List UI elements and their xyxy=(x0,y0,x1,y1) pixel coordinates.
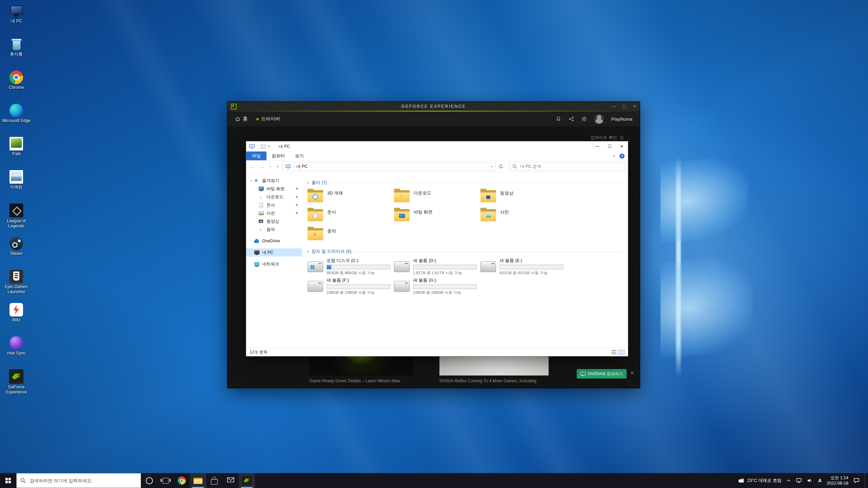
drive-usage-bar xyxy=(413,265,477,269)
window-logo-pane xyxy=(660,253,753,359)
taskbar-search-input[interactable] xyxy=(29,478,137,484)
folder-music[interactable]: ♪음악 xyxy=(307,226,392,244)
tab-computer[interactable]: 컴퓨터 xyxy=(267,151,290,160)
customize-toolbar-arrow-icon[interactable]: ▾ xyxy=(268,145,270,148)
sidebar-item-pc[interactable]: ›내 PC xyxy=(246,248,302,257)
cortana-button[interactable] xyxy=(141,473,157,488)
sidebar-item-video[interactable]: 동영상 xyxy=(246,217,302,225)
check-for-updates[interactable]: 업데이트 확인 xyxy=(591,135,624,141)
geforce-tab-drivers[interactable]: 드라이버 xyxy=(256,116,280,122)
collapse-group-icon[interactable]: ∨ xyxy=(307,250,309,253)
desktop-icon-chrome[interactable]: Chrome xyxy=(1,70,31,90)
sidebar-item-label: 바탕 화면 xyxy=(267,186,284,192)
sidebar-item-picture[interactable]: 사진 xyxy=(246,209,302,217)
contact-dismiss-icon[interactable]: ✕ xyxy=(630,370,634,375)
sidebar-item-document[interactable]: 문서 xyxy=(246,201,302,209)
desktop-icon-hue[interactable]: Hue Sync xyxy=(1,336,31,356)
explorer-maximize-button[interactable]: ☐ xyxy=(604,141,616,151)
breadcrumb[interactable]: 내 PC xyxy=(296,164,308,169)
palit-icon xyxy=(9,137,23,150)
weather-widget[interactable]: 23°C 대체로 흐림 xyxy=(737,477,782,484)
notifications-bell-icon[interactable] xyxy=(556,116,561,122)
thumbnail-view-icon[interactable] xyxy=(618,350,625,355)
folder-picture[interactable]: 사진 xyxy=(480,207,565,225)
geforce-minimize-button[interactable]: — xyxy=(612,104,616,109)
settings-gear-icon[interactable] xyxy=(581,116,587,122)
drive-item-4[interactable]: 새 볼륨 (G:)238GB 중 238GB 사용 가능 xyxy=(393,277,478,295)
geforce-titlebar[interactable]: GEFORCE EXPERIENCE — ▢ ✕ xyxy=(228,102,640,111)
desktop-icon-label: 휴지통 xyxy=(10,52,23,57)
desktop-icon-lol[interactable]: League of Legends xyxy=(1,203,31,229)
desktop-icon-my-pc[interactable]: 내 PC xyxy=(1,4,31,24)
up-button[interactable]: ↑ xyxy=(273,164,282,169)
taskbar-app-explorer[interactable] xyxy=(190,473,206,488)
folder-video[interactable]: 동영상 xyxy=(480,188,565,206)
contact-nvidia-button[interactable]: NVIDIA에 문의하기 xyxy=(577,369,627,379)
drive-item-1[interactable]: 새 볼륨 (D:)1.81TB 중 1.81TB 사용 가능 xyxy=(393,257,478,276)
taskbar-app-geforce[interactable] xyxy=(239,473,255,488)
forward-button[interactable]: → xyxy=(258,164,267,169)
explorer-close-button[interactable]: ✕ xyxy=(616,141,628,151)
desktop-icon-palit[interactable]: Palit xyxy=(1,137,31,157)
user-avatar[interactable] xyxy=(594,114,604,124)
recent-locations-icon[interactable]: ∨ xyxy=(268,165,273,168)
geforce-close-button[interactable]: ✕ xyxy=(633,104,636,109)
geforce-maximize-button[interactable]: ▢ xyxy=(623,104,626,109)
geforce-tab-home[interactable]: 홈 xyxy=(235,116,248,122)
expand-ribbon-icon[interactable]: ∨ xyxy=(613,154,615,158)
drives-group-header[interactable]: ∨ 장치 및 드라이브 (5) xyxy=(307,248,622,255)
address-bar[interactable]: › 내 PC ∨ xyxy=(283,162,496,171)
taskbar-app-chrome[interactable] xyxy=(174,473,190,488)
desktop-icon-geforce[interactable]: GeForce Experience xyxy=(1,369,31,395)
back-button[interactable]: ← xyxy=(249,164,258,169)
explorer-minimize-button[interactable]: — xyxy=(591,141,604,151)
volume-icon[interactable] xyxy=(807,478,813,483)
refresh-button[interactable] xyxy=(496,164,506,169)
check-for-updates-label: 업데이트 확인 xyxy=(591,135,617,141)
network-icon[interactable] xyxy=(796,478,802,483)
sidebar-item-download[interactable]: 다운로드 xyxy=(246,193,302,201)
desktop-icon-blitz[interactable]: Blitz xyxy=(1,303,31,323)
ime-indicator[interactable]: A xyxy=(818,478,822,483)
drive-item-0[interactable]: 로컬 디스크 (C:)953GB 중 885GB 사용 가능 xyxy=(307,257,392,276)
share-icon[interactable] xyxy=(569,116,574,122)
desktop-icon-edge[interactable]: Microsoft Edge xyxy=(1,104,31,123)
sidebar-item-desktop[interactable]: 바탕 화면 xyxy=(246,185,302,193)
download-icon xyxy=(258,195,264,200)
quick-access-toolbar-icon[interactable] xyxy=(261,145,265,148)
folder-desktop[interactable]: 바탕 화면 xyxy=(393,207,478,225)
tab-view[interactable]: 보기 xyxy=(290,151,309,160)
taskbar-search-box[interactable] xyxy=(16,473,141,488)
action-center-icon[interactable] xyxy=(853,478,860,483)
folders-group-header[interactable]: ∨ 폴더 (7) xyxy=(307,179,622,186)
drive-item-2[interactable]: 새 볼륨 (E:)931GB 중 931GB 사용 가능 xyxy=(480,257,565,276)
taskbar-clock[interactable]: 오전 1:14 2022-06-18 xyxy=(827,475,848,486)
desktop-icon-epic[interactable]: Epic Games Launcher xyxy=(1,270,31,294)
task-view-button[interactable] xyxy=(157,473,174,488)
desktop-icon-steam[interactable]: Steam xyxy=(1,237,31,256)
explorer-search-input[interactable] xyxy=(519,164,623,169)
sidebar-item-star[interactable]: ∨즐겨찾기 xyxy=(246,177,302,185)
folder-document[interactable]: 문서 xyxy=(307,207,392,225)
sidebar-item-cloud[interactable]: ›OneDrive xyxy=(246,237,302,245)
collapse-group-icon[interactable]: ∨ xyxy=(307,181,309,184)
taskbar-app-store[interactable] xyxy=(206,473,222,488)
address-dropdown-icon[interactable]: ∨ xyxy=(491,165,493,168)
details-view-icon[interactable] xyxy=(611,350,616,354)
breadcrumb-chevron-icon[interactable]: › xyxy=(293,164,294,168)
desktop-icon-photo[interactable]: 지예림 xyxy=(1,170,31,190)
folder-download[interactable]: ↓다운로드 xyxy=(393,188,478,206)
explorer-search-box[interactable] xyxy=(510,162,625,171)
start-button[interactable] xyxy=(0,473,16,488)
tray-overflow-chevron-icon[interactable] xyxy=(787,479,791,482)
sidebar-item-music[interactable]: 음악 xyxy=(246,225,302,233)
tab-file[interactable]: 파일 xyxy=(246,151,267,160)
drive-item-3[interactable]: 새 볼륨 (F:)238GB 중 238GB 사용 가능 xyxy=(307,277,392,295)
desktop-icon-recycle-bin[interactable]: 휴지통 xyxy=(1,37,31,57)
sidebar-item-network[interactable]: ›네트워크 xyxy=(246,260,302,268)
help-icon[interactable]: ? xyxy=(619,154,625,159)
folder-objects3d[interactable]: 3D 개체 xyxy=(307,188,392,206)
taskbar-app-mail[interactable] xyxy=(222,473,239,488)
show-desktop-button[interactable] xyxy=(865,473,867,488)
explorer-titlebar[interactable]: ▾ 내 PC — ☐ ✕ xyxy=(246,141,628,151)
